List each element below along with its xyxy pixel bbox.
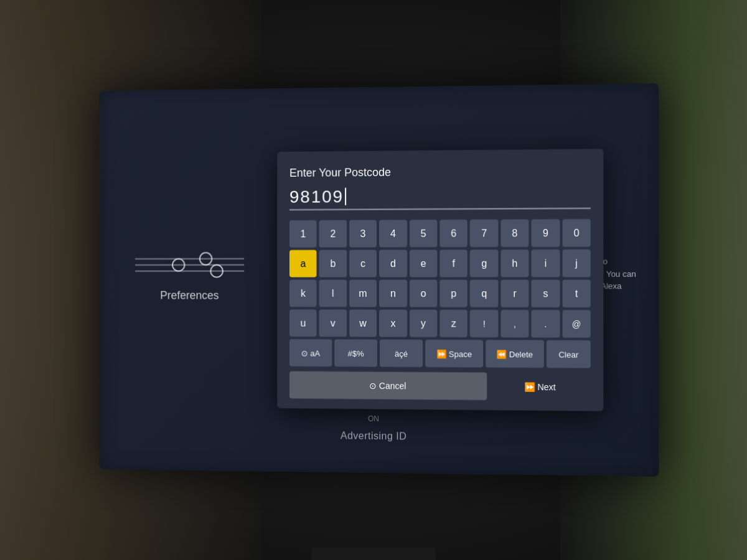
postcode-input[interactable]: 98109 xyxy=(289,185,591,210)
keyboard-grid: 1 2 3 4 5 6 7 8 9 0 a b c d e xyxy=(289,219,591,368)
key-accents[interactable]: äçé xyxy=(380,340,423,367)
slider-line-3 xyxy=(135,271,244,272)
key-row-special: ⊙ aA #$% äçé ⏩ Space ⏪ Delete xyxy=(289,339,591,368)
slider-knob-2 xyxy=(172,258,185,272)
action-row: ⊙ Cancel ⏩ Next xyxy=(289,371,591,401)
next-label: ⏩ Next xyxy=(524,381,556,392)
key-c[interactable]: c xyxy=(349,250,377,277)
key-5[interactable]: 5 xyxy=(410,220,438,247)
cancel-button[interactable]: ⊙ Cancel xyxy=(289,371,487,400)
slider-line-1 xyxy=(135,258,244,259)
delete-label: ⏪ Delete xyxy=(497,349,533,358)
dialog-title: Enter Your Postcode xyxy=(289,164,591,180)
key-l[interactable]: l xyxy=(319,280,347,307)
key-e[interactable]: e xyxy=(410,250,438,277)
key-2[interactable]: 2 xyxy=(319,220,347,248)
key-row-aj: a b c d e f g h i j xyxy=(289,250,591,278)
accents-label: äçé xyxy=(395,348,408,358)
keyboard-dialog: Enter Your Postcode 98109 1 2 3 4 5 6 7 … xyxy=(277,149,603,411)
key-n[interactable]: n xyxy=(379,279,406,307)
key-m[interactable]: m xyxy=(349,279,377,307)
key-t[interactable]: t xyxy=(562,279,591,307)
text-cursor xyxy=(345,188,346,205)
key-clear[interactable]: Clear xyxy=(547,340,591,368)
key-j[interactable]: j xyxy=(562,250,591,278)
clear-label: Clear xyxy=(558,349,578,358)
key-6[interactable]: 6 xyxy=(439,220,467,247)
tv-frame: Preferences et your postcode to ustomise… xyxy=(0,0,747,560)
key-w[interactable]: w xyxy=(349,309,377,337)
key-7[interactable]: 7 xyxy=(470,220,498,247)
preferences-section: Preferences xyxy=(135,258,244,302)
key-d[interactable]: d xyxy=(379,250,406,277)
key-g[interactable]: g xyxy=(470,250,498,277)
key-delete[interactable]: ⏪ Delete xyxy=(486,340,544,368)
next-button[interactable]: ⏩ Next xyxy=(490,373,591,401)
slider-row-2[interactable] xyxy=(135,264,244,266)
key-row-kt: k l m n o p q r s t xyxy=(289,279,591,307)
cancel-label: ⊙ Cancel xyxy=(369,380,406,390)
tv-screen: Preferences et your postcode to ustomise… xyxy=(99,83,659,477)
key-y[interactable]: y xyxy=(410,310,438,337)
key-period[interactable]: . xyxy=(532,310,560,338)
slider-line-2 xyxy=(135,264,244,266)
key-row-uz: u v w x y z ! , . @ xyxy=(289,309,591,338)
slider-row-1[interactable] xyxy=(135,258,244,259)
key-x[interactable]: x xyxy=(379,310,406,337)
key-symbols[interactable]: #$% xyxy=(334,339,377,366)
key-i[interactable]: i xyxy=(532,250,560,278)
key-space[interactable]: ⏩ Space xyxy=(425,340,483,368)
key-a[interactable]: a xyxy=(289,250,317,278)
key-o[interactable]: o xyxy=(410,279,438,307)
key-f[interactable]: f xyxy=(439,250,467,277)
key-p[interactable]: p xyxy=(439,279,467,307)
key-9[interactable]: 9 xyxy=(532,219,560,247)
key-h[interactable]: h xyxy=(500,250,529,277)
key-row-numbers: 1 2 3 4 5 6 7 8 9 0 xyxy=(289,219,591,248)
key-q[interactable]: q xyxy=(470,279,498,307)
key-at[interactable]: @ xyxy=(562,310,591,338)
key-comma[interactable]: , xyxy=(500,310,529,338)
key-1[interactable]: 1 xyxy=(289,220,317,248)
key-3[interactable]: 3 xyxy=(349,220,377,247)
key-exclaim[interactable]: ! xyxy=(470,310,498,337)
key-8[interactable]: 8 xyxy=(500,219,529,247)
key-k[interactable]: k xyxy=(289,280,317,307)
postcode-value: 98109 xyxy=(289,187,344,207)
key-z[interactable]: z xyxy=(439,310,467,337)
slider-knob-3 xyxy=(210,264,223,278)
key-0[interactable]: 0 xyxy=(562,219,591,247)
slider-row-3[interactable] xyxy=(135,271,244,272)
space-label: ⏩ Space xyxy=(436,348,472,358)
on-status-label: ON xyxy=(368,414,379,423)
key-4[interactable]: 4 xyxy=(379,220,406,247)
key-menu-aa[interactable]: ⊙ aA xyxy=(289,339,332,366)
slider-knob-1 xyxy=(199,252,212,266)
key-s[interactable]: s xyxy=(532,279,560,307)
advertising-id-label: Advertising ID xyxy=(341,430,406,442)
tv-stand xyxy=(311,548,436,560)
key-v[interactable]: v xyxy=(319,309,347,337)
preferences-label: Preferences xyxy=(160,289,218,302)
key-u[interactable]: u xyxy=(289,309,317,337)
key-b[interactable]: b xyxy=(319,250,347,278)
key-r[interactable]: r xyxy=(500,279,529,307)
menu-aa-label: ⊙ aA xyxy=(301,348,320,357)
symbols-label: #$% xyxy=(348,348,364,358)
